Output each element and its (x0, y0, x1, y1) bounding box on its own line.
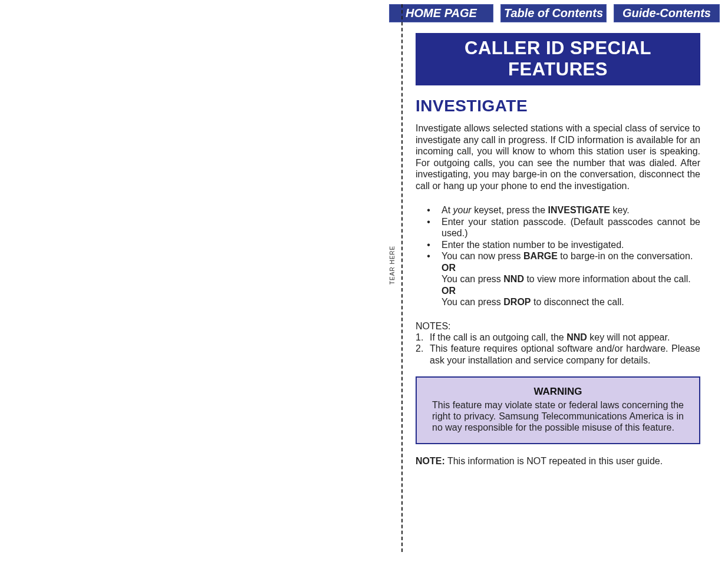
warning-title: WARNING (432, 386, 684, 398)
key-nnd: NND (503, 274, 524, 284)
text: key. (610, 205, 630, 215)
text: This feature requires optional software … (430, 343, 700, 366)
text: to disconnect the call. (531, 297, 624, 307)
text: You can now press (442, 251, 523, 261)
note-2: 2. This feature requires optional softwa… (416, 343, 700, 366)
text: Enter the station number to be investiga… (442, 239, 700, 251)
text: key will not appear. (587, 332, 670, 342)
text: You can press (442, 297, 503, 307)
key-nnd: NND (566, 332, 587, 342)
text: keyset, press the (472, 205, 548, 215)
text: Enter your station passcode. (Default pa… (442, 216, 700, 239)
bullet-icon: • (416, 216, 442, 239)
key-investigate: INVESTIGATE (548, 205, 611, 215)
key-barge: BARGE (523, 251, 558, 261)
warning-box: WARNING This feature may violate state o… (416, 376, 700, 444)
step-1: • At your keyset, press the INVESTIGATE … (416, 204, 700, 216)
section-title: INVESTIGATE (416, 97, 700, 115)
bullet-icon: • (416, 204, 442, 216)
note-number: 2. (416, 343, 430, 366)
or-2: OR (416, 285, 700, 297)
step-2: • Enter your station passcode. (Default … (416, 216, 700, 239)
key-drop: DROP (503, 297, 531, 307)
text: If the call is an outgoing call, the (430, 332, 566, 342)
steps-list: • At your keyset, press the INVESTIGATE … (416, 204, 700, 308)
nav-bar: HOME PAGE Table of Contents Guide-Conten… (389, 4, 720, 22)
guide-contents-button[interactable]: Guide-Contents (614, 4, 720, 22)
or-1: OR (416, 262, 700, 274)
step-3: • Enter the station number to be investi… (416, 239, 700, 251)
page-content: CALLER ID SPECIAL FEATURES INVESTIGATE I… (416, 33, 700, 467)
page-banner: CALLER ID SPECIAL FEATURES (416, 33, 700, 85)
text: At (442, 205, 453, 215)
intro-paragraph: Investigate allows selected stations wit… (416, 123, 700, 191)
bullet-icon: • (416, 239, 442, 251)
warning-text: This feature may violate state or federa… (432, 400, 684, 434)
final-note: NOTE: This information is NOT repeated i… (416, 456, 700, 467)
bullet-icon: • (416, 250, 442, 262)
tear-here-label: TEAR HERE (389, 246, 396, 285)
tear-line (401, 4, 403, 552)
step-4: • You can now press BARGE to barge-in on… (416, 250, 700, 262)
notes-label: NOTES: (416, 321, 700, 332)
step-5: You can press NND to view more informati… (416, 273, 700, 285)
table-of-contents-button[interactable]: Table of Contents (500, 4, 607, 22)
text: to barge-in on the conversation. (558, 251, 693, 261)
home-page-button[interactable]: HOME PAGE (389, 4, 493, 22)
note-text: This information is NOT repeated in this… (445, 456, 663, 466)
italic-your: your (453, 205, 472, 215)
notes-list: 1. If the call is an outgoing call, the … (416, 332, 700, 366)
note-number: 1. (416, 332, 430, 343)
text: You can press (442, 274, 503, 284)
text: to view more information about the call. (524, 274, 691, 284)
step-6: You can press DROP to disconnect the cal… (416, 296, 700, 308)
note-bold: NOTE: (416, 456, 445, 466)
note-1: 1. If the call is an outgoing call, the … (416, 332, 700, 343)
